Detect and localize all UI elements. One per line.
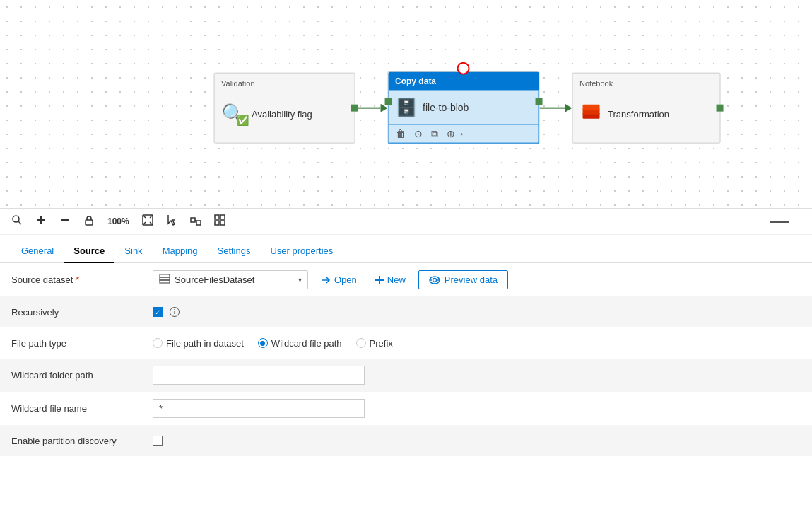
radio-outer-1 bbox=[153, 338, 163, 348]
notebook-node[interactable]: Notebook Transformation bbox=[572, 72, 720, 143]
fit-icon[interactable] bbox=[142, 214, 153, 228]
wildcard-folder-control bbox=[153, 366, 801, 385]
tab-user-properties[interactable]: User properties bbox=[260, 240, 343, 263]
form-area: Source dataset * SourceFilesDataset ▾ Op… bbox=[0, 263, 812, 517]
zoom-label: 100% bbox=[107, 216, 129, 226]
copy-data-node[interactable]: Copy data 🗄️ file-to-blob 🗑 ⊙ ⧉ ⊕→ bbox=[387, 71, 539, 144]
dropdown-arrow-icon: ▾ bbox=[298, 276, 302, 284]
tab-mapping[interactable]: Mapping bbox=[153, 240, 208, 263]
select-icon[interactable] bbox=[166, 214, 177, 228]
svg-rect-11 bbox=[196, 221, 201, 225]
recursively-checkbox[interactable]: ✓ bbox=[153, 307, 163, 317]
svg-rect-10 bbox=[191, 218, 195, 222]
enable-partition-control bbox=[153, 436, 801, 446]
copy-icon[interactable]: ⧉ bbox=[431, 128, 438, 140]
validation-node-body: 🔍 ✅ Availability flag bbox=[221, 91, 347, 137]
enable-partition-checkbox[interactable] bbox=[153, 436, 163, 446]
database-icon: 🗄️ bbox=[396, 98, 417, 117]
radio-label-2: Wildcard file path bbox=[271, 338, 342, 349]
wildcard-file-name-label: Wildcard file name bbox=[11, 403, 153, 414]
svg-rect-15 bbox=[215, 221, 219, 225]
validation-node[interactable]: Validation 🔍 ✅ Availability flag bbox=[213, 72, 355, 143]
copy-node-label: file-to-blob bbox=[423, 102, 469, 113]
canvas-toolbar: 100% bbox=[0, 209, 812, 235]
layout-icon[interactable] bbox=[214, 214, 225, 228]
tab-bar: General Source Sink Mapping Settings Use… bbox=[0, 235, 812, 263]
radio-inner-2 bbox=[260, 341, 265, 346]
svg-rect-14 bbox=[220, 215, 225, 219]
radio-label-3: Prefix bbox=[370, 338, 393, 349]
recursively-info-icon[interactable]: i bbox=[170, 307, 180, 317]
validation-node-label: Availability flag bbox=[252, 109, 312, 120]
delete-icon[interactable]: 🗑 bbox=[396, 128, 406, 140]
node-connector-right bbox=[351, 104, 358, 111]
node-connector-right-copy bbox=[535, 98, 542, 105]
source-dataset-label: Source dataset * bbox=[11, 274, 153, 285]
copy-node-body: 🗄️ file-to-blob bbox=[388, 91, 539, 125]
wildcard-file-name-input[interactable] bbox=[153, 399, 365, 418]
source-dataset-row: Source dataset * SourceFilesDataset ▾ Op… bbox=[0, 263, 812, 296]
search-icon[interactable] bbox=[11, 214, 23, 228]
svg-rect-17 bbox=[160, 274, 170, 277]
minus-icon[interactable] bbox=[59, 214, 71, 228]
connector-arrow-2 bbox=[565, 103, 572, 112]
radio-prefix[interactable]: Prefix bbox=[356, 338, 393, 349]
svg-rect-2 bbox=[582, 105, 599, 110]
radio-wildcard-file-path[interactable]: Wildcard file path bbox=[258, 338, 342, 349]
minimize-handle[interactable] bbox=[770, 221, 789, 223]
radio-outer-2 bbox=[258, 338, 268, 348]
radio-file-path-dataset[interactable]: File path in dataset bbox=[153, 338, 244, 349]
validation-icon: 🔍 ✅ bbox=[221, 103, 246, 126]
svg-rect-18 bbox=[160, 277, 170, 280]
svg-point-3 bbox=[13, 216, 19, 222]
arrow-2 bbox=[539, 103, 572, 112]
copy-node-actions: 🗑 ⊙ ⧉ ⊕→ bbox=[388, 125, 539, 144]
validation-node-title: Validation bbox=[221, 79, 347, 87]
enable-partition-label: Enable partition discovery bbox=[11, 436, 153, 446]
error-indicator bbox=[457, 62, 470, 75]
dataset-select-value: SourceFilesDataset bbox=[175, 274, 294, 285]
file-path-type-row: File path type File path in dataset Wild… bbox=[0, 327, 812, 359]
add-icon[interactable] bbox=[35, 214, 47, 228]
wildcard-file-name-row: Wildcard file name bbox=[0, 392, 812, 425]
wildcard-folder-input[interactable] bbox=[153, 366, 365, 385]
connector-line-1 bbox=[355, 107, 380, 108]
notebook-icon bbox=[579, 102, 602, 127]
tab-sink[interactable]: Sink bbox=[114, 240, 152, 263]
new-button[interactable]: New bbox=[370, 272, 411, 288]
lock-icon[interactable] bbox=[83, 214, 95, 228]
tab-general[interactable]: General bbox=[11, 240, 64, 263]
connector-line-2 bbox=[539, 107, 565, 108]
file-path-type-label: File path type bbox=[11, 338, 153, 349]
required-star: * bbox=[76, 274, 79, 285]
tab-source[interactable]: Source bbox=[64, 240, 114, 263]
svg-line-4 bbox=[18, 221, 21, 224]
source-dataset-control: SourceFilesDataset ▾ Open New Preview da… bbox=[153, 270, 801, 289]
source-dataset-dropdown[interactable]: SourceFilesDataset ▾ bbox=[153, 270, 308, 289]
radio-label-1: File path in dataset bbox=[166, 338, 244, 349]
add-icon[interactable]: ⊕→ bbox=[447, 128, 465, 140]
notebook-node-body: Transformation bbox=[579, 91, 712, 137]
node-connector-right-nb bbox=[716, 104, 723, 111]
open-button[interactable]: Open bbox=[315, 272, 363, 288]
arrow-1 bbox=[355, 103, 387, 112]
pipeline-canvas: Validation 🔍 ✅ Availability flag Copy da… bbox=[0, 0, 812, 209]
dataset-icon bbox=[159, 274, 170, 286]
file-path-type-control: File path in dataset Wildcard file path … bbox=[153, 338, 801, 349]
wildcard-folder-row: Wildcard folder path bbox=[0, 359, 812, 392]
tab-settings[interactable]: Settings bbox=[208, 240, 261, 263]
settings-icon[interactable]: ⊙ bbox=[414, 128, 423, 140]
file-path-radio-group: File path in dataset Wildcard file path … bbox=[153, 338, 393, 349]
svg-rect-19 bbox=[160, 280, 170, 283]
wildcard-folder-label: Wildcard folder path bbox=[11, 370, 153, 381]
notebook-node-label: Transformation bbox=[608, 109, 669, 120]
recursively-control: ✓ i bbox=[153, 307, 801, 317]
svg-rect-16 bbox=[220, 221, 225, 225]
svg-rect-8 bbox=[86, 220, 93, 225]
radio-outer-3 bbox=[356, 338, 366, 348]
svg-rect-13 bbox=[215, 215, 219, 219]
preview-data-button[interactable]: Preview data bbox=[418, 270, 508, 289]
enable-partition-row: Enable partition discovery bbox=[0, 425, 812, 456]
recursively-row: Recursively ✓ i bbox=[0, 296, 812, 327]
resize-icon[interactable] bbox=[190, 214, 201, 228]
